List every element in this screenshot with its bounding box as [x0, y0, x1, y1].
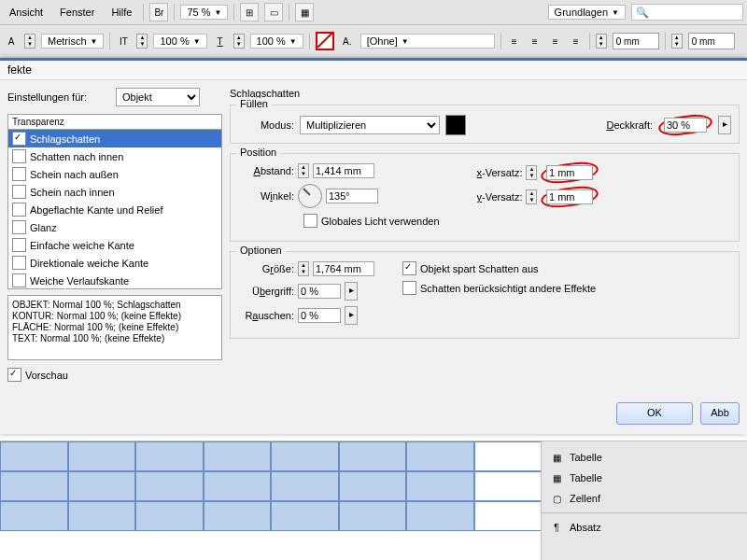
workspace-switcher[interactable]: Grundlagen▼ [548, 5, 626, 20]
summary-box: OBJEKT: Normal 100 %; Schlagschatten KON… [7, 295, 222, 360]
size-input[interactable] [313, 261, 374, 276]
document-canvas[interactable] [0, 441, 542, 560]
view-options-icon[interactable]: ⊞ [240, 3, 259, 21]
hscale-input[interactable]: 100 %▼ [250, 34, 303, 49]
effect-schlagschatten[interactable]: Schlagschatten [8, 130, 221, 147]
mode-select[interactable]: Multiplizieren [300, 116, 440, 134]
panel-item-table1[interactable]: ▦Tabelle [542, 447, 747, 468]
position-group: Position Abstand: ▲▼ Winkel: [230, 153, 740, 242]
separator [143, 4, 144, 21]
global-light-checkbox[interactable] [303, 214, 317, 228]
panel-item-paragraph[interactable]: ¶Absatz [542, 517, 747, 538]
yoffset-label: y-Versatz: [477, 191, 523, 203]
cell-icon: ▢ [549, 491, 564, 506]
abstand-label: Abstand: [238, 165, 294, 176]
vscale-input[interactable]: 100 %▼ [153, 34, 206, 49]
arrange-docs-icon[interactable]: ▦ [295, 3, 314, 21]
screen-mode-icon[interactable]: ▭ [264, 3, 283, 21]
aligncenter-icon[interactable]: ≡ [528, 34, 543, 49]
separator [233, 4, 234, 21]
abstand-spinner[interactable]: ▲▼ [298, 163, 309, 178]
honors-checkbox[interactable] [402, 281, 416, 295]
settings-for-select[interactable]: Objekt [116, 88, 200, 106]
opacity-highlight [657, 112, 713, 138]
winkel-input[interactable] [326, 189, 378, 203]
mode-label: Modus: [238, 119, 294, 131]
menu-hilfe[interactable]: Hilfe [106, 7, 137, 18]
honors-label: Schatten berücksichtigt andere Effekte [420, 283, 596, 294]
ok-button[interactable]: OK [616, 402, 693, 425]
effects-dialog: fekte Einstellungen für: Objekt Transpar… [0, 58, 747, 434]
control-bar: A ▲▼ Metrisch▼ IT ▲▼ 100 %▼ T ▲▼ 100 %▼ … [0, 25, 747, 58]
knockout-checkbox[interactable] [402, 261, 416, 275]
zoom-level[interactable]: 75 %▼ [180, 5, 228, 20]
app-menu-bar: Ansicht Fenster Hilfe Br 75 %▼ ⊞ ▭ ▦ Gru… [0, 0, 747, 25]
global-light-label: Globales Licht verwenden [321, 216, 440, 227]
effect-schatten-innen[interactable]: Schatten nach innen [8, 147, 221, 165]
table-icon: ▦ [549, 450, 564, 465]
abstand-input[interactable] [313, 163, 374, 178]
spread-input[interactable] [298, 284, 341, 299]
vscale-icon: IT [116, 34, 131, 49]
effect-list[interactable]: Schlagschatten Schatten nach innen Schei… [7, 129, 222, 289]
preview-checkbox[interactable] [7, 368, 21, 382]
kerning-spinner[interactable]: ▲▼ [24, 34, 35, 49]
size-label: Größe: [238, 263, 294, 274]
effect-schein-innen[interactable]: Schein nach innen [8, 183, 221, 201]
effect-directional-feather[interactable]: Direktionale weiche Kante [8, 254, 221, 272]
bridge-icon[interactable]: Br [149, 3, 168, 21]
search-icon: 🔍 [636, 7, 649, 19]
preview-label: Vorschau [25, 370, 68, 381]
alignleft-icon[interactable]: ≡ [507, 34, 522, 49]
dialog-left-pane: Einstellungen für: Objekt Transparenz Sc… [7, 88, 222, 382]
winkel-label: Winkel: [238, 190, 294, 202]
settings-for-label: Einstellungen für: [7, 91, 110, 103]
panel-item-table2[interactable]: ▦Tabelle [542, 468, 747, 488]
effect-gradient-feather[interactable]: Weiche Verlaufskante [8, 272, 221, 289]
knockout-label: Objekt spart Schatten aus [420, 263, 539, 274]
noise-label: Rauschen: [238, 310, 294, 321]
dialog-title: fekte [0, 61, 747, 80]
paragraph-icon: ¶ [549, 520, 564, 535]
angle-dial[interactable] [298, 184, 322, 208]
xoffset-input[interactable] [546, 165, 593, 180]
fill-stroke-swatch[interactable] [316, 32, 334, 50]
cancel-button[interactable]: Abb [700, 402, 740, 425]
xoffset-highlight [540, 160, 599, 186]
menu-fenster[interactable]: Fenster [54, 7, 100, 18]
xoffset-label: x-Versatz: [477, 167, 523, 178]
kerning-select[interactable]: Metrisch▼ [41, 34, 104, 49]
indent-left-input[interactable]: 0 mm [613, 33, 659, 49]
spread-label: Übergriff: [238, 286, 294, 297]
separator [174, 4, 175, 21]
fill-group: Füllen Modus: Multiplizieren Deckkraft: … [230, 105, 740, 144]
opacity-label: Deckkraft: [606, 119, 653, 131]
effect-bevel[interactable]: Abgeflachte Kante und Relief [8, 201, 221, 218]
yoffset-spinner[interactable]: ▲▼ [526, 189, 537, 204]
indent-right-input[interactable]: 0 mm [688, 33, 735, 49]
opacity-input[interactable] [664, 118, 707, 133]
effect-satin[interactable]: Glanz [8, 218, 221, 236]
separator [289, 4, 289, 21]
right-heading: Schlagschatten [230, 88, 740, 99]
effect-basic-feather[interactable]: Einfache weiche Kante [8, 236, 221, 254]
color-swatch[interactable] [445, 115, 466, 135]
xoffset-spinner[interactable]: ▲▼ [526, 165, 537, 180]
yoffset-highlight [540, 184, 599, 210]
noise-input[interactable] [298, 308, 341, 323]
opacity-arrow[interactable]: ▸ [718, 116, 731, 134]
char-panel-icon[interactable]: A [4, 34, 19, 49]
dialog-right-pane: Schlagschatten Füllen Modus: Multiplizie… [230, 88, 740, 382]
alignright-icon[interactable]: ≡ [548, 34, 563, 49]
search-field[interactable]: 🔍 [631, 4, 743, 21]
yoffset-input[interactable] [546, 189, 593, 204]
panel-item-cell[interactable]: ▢Zellenf [542, 488, 747, 509]
options-group: Optionen Größe: ▲▼ Übergriff: ▸ [230, 251, 740, 339]
menu-ansicht[interactable]: Ansicht [4, 7, 49, 18]
hscale-icon: T [213, 34, 228, 49]
justify-icon[interactable]: ≡ [569, 34, 584, 49]
table-icon: ▦ [549, 470, 564, 485]
right-panel: ▦Tabelle ▦Tabelle ▢Zellenf ¶Absatz [541, 441, 747, 560]
effect-schein-aussen[interactable]: Schein nach außen [8, 165, 221, 183]
charstyle-select[interactable]: [Ohne]▼ [360, 34, 495, 49]
